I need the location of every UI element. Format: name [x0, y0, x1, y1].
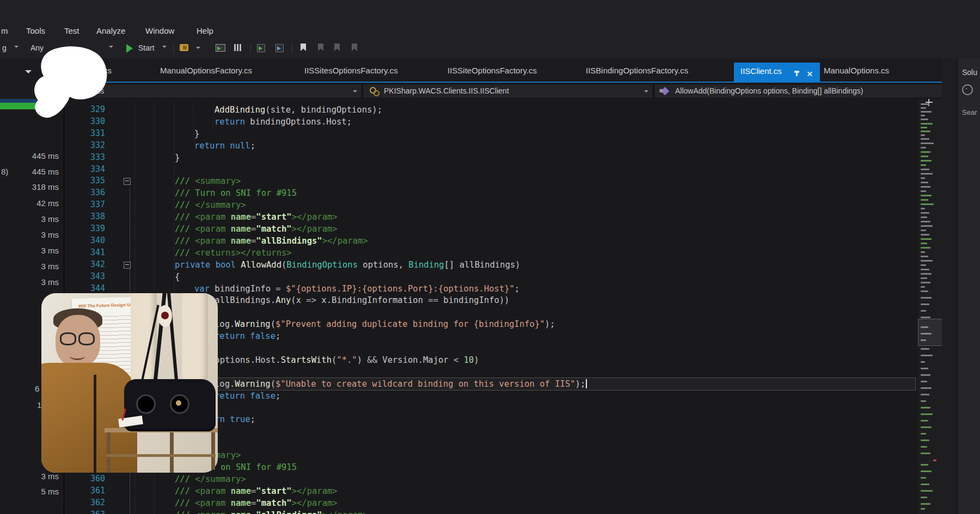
code-line-337[interactable]: /// </summary>	[175, 200, 246, 211]
menu-window[interactable]: Window	[145, 26, 174, 35]
code-line-336[interactable]: /// Turn on SNI for #915	[175, 188, 297, 199]
minimap-mark	[921, 400, 926, 402]
menu-fragment[interactable]: m	[1, 26, 8, 35]
code-line-344[interactable]: var bindingInfo = $"{options.IP}:{option…	[194, 283, 519, 295]
minimap-mark	[921, 277, 927, 279]
line-number: 339	[76, 224, 105, 233]
code-line-339[interactable]: /// <param name="match"></param>	[175, 224, 338, 235]
minimap-mark	[921, 290, 928, 292]
minimap-mark	[921, 247, 930, 249]
collapse-region-toggle[interactable]	[124, 262, 131, 269]
navigate-backward-icon[interactable]	[257, 44, 265, 52]
minimap-mark	[921, 151, 930, 153]
code-line-338[interactable]: /// <param name="start"></param>	[175, 212, 338, 223]
solution-search-box[interactable]: Sear	[962, 108, 977, 116]
minimap-mark	[921, 103, 929, 105]
code-line-360[interactable]: /// </summary>	[175, 474, 246, 485]
close-icon[interactable]	[807, 71, 813, 77]
line-number: 362	[76, 498, 105, 507]
minimap-plus-icon[interactable]	[926, 99, 933, 106]
minimap-mark	[921, 225, 933, 227]
menu-analyze[interactable]: Analyze	[96, 26, 125, 35]
method-icon	[661, 87, 670, 96]
navigate-forward-icon[interactable]	[275, 44, 284, 52]
minimap-mark	[921, 212, 929, 214]
timing-value: 318 ms	[4, 182, 59, 191]
attach-to-process-icon[interactable]	[180, 44, 188, 51]
tab-iisbindingoptionsfactory[interactable]: IISBindingOptionsFactory.cs	[586, 66, 688, 75]
tab-iissitesoptionsfactory[interactable]: IISSitesOptionsFactory.cs	[304, 66, 397, 75]
main-toolbar: gAnyStart	[0, 39, 980, 58]
code-line-343[interactable]: {	[175, 271, 180, 283]
code-line-361[interactable]: /// <param name="start"></param>	[175, 486, 338, 497]
line-number: 342	[76, 259, 105, 269]
code-line-353[interactable]: return false;	[215, 391, 280, 402]
debug-config-caret-icon[interactable]	[14, 46, 19, 50]
menu-help[interactable]: Help	[197, 26, 213, 35]
platform-combo-caret-icon[interactable]	[109, 46, 113, 50]
tab-hidden-fragment[interactable]: cs	[103, 66, 112, 75]
minimap-viewport[interactable]	[918, 319, 942, 346]
panel-dropdown-caret-icon[interactable]	[25, 70, 32, 77]
code-line-352[interactable]: log.Warning($"Unable to create wildcard …	[215, 379, 587, 390]
code-line-363[interactable]: /// <param name="allBindings"></param>	[175, 510, 368, 514]
editor-minimap[interactable]	[918, 99, 942, 514]
code-line-341[interactable]: /// <returns></returns>	[175, 247, 292, 259]
preview-changes-icon[interactable]	[216, 44, 225, 52]
code-line-340[interactable]: /// <param name="allBindings"></param>	[175, 236, 368, 247]
code-line-347[interactable]: log.Warning($"Prevent adding duplicate b…	[215, 319, 555, 330]
minimap-mark	[921, 453, 930, 454]
code-line-345[interactable]: if (allBindings.Any(x => x.BindingInform…	[194, 295, 510, 306]
active-tab-label: IISClient.cs	[740, 66, 782, 76]
code-line-350[interactable]: if (options.Host.StartsWith("*.") && Ver…	[194, 355, 479, 366]
start-button-label[interactable]: Start	[138, 44, 155, 52]
timing-value: 445 ms	[4, 151, 59, 160]
code-line-335[interactable]: /// <summary>	[175, 176, 241, 187]
minimap-mark	[921, 490, 933, 492]
code-line-348[interactable]: return false;	[215, 331, 280, 342]
start-play-icon[interactable]	[126, 44, 133, 53]
tab-manualoptionsfactory[interactable]: ManualOptionsFactory.cs	[160, 66, 252, 75]
tab-iissiteoptionsfactory[interactable]: IISSiteOptionsFactory.cs	[448, 66, 537, 75]
minimap-mark	[921, 234, 929, 236]
person-smile	[70, 352, 85, 360]
menu-tools[interactable]: Tools	[26, 26, 45, 35]
code-line-342[interactable]: private bool AllowAdd(BindingOptions opt…	[175, 259, 520, 271]
tab-manualoptions[interactable]: ManualOptions.cs	[824, 66, 889, 75]
toolbar-overflow-caret-icon[interactable]	[196, 47, 200, 51]
code-line-330[interactable]: return bindingOptions.Host;	[215, 116, 352, 128]
bookmark-clear-icon[interactable]	[352, 44, 357, 51]
pin-icon[interactable]	[796, 71, 798, 76]
code-line-329[interactable]: AddBinding(site, bindingOptions);	[215, 104, 382, 116]
minimap-mark	[921, 195, 932, 196]
code-line-332[interactable]: return null;	[194, 140, 255, 152]
bookmark-prev-icon[interactable]	[318, 44, 323, 51]
minimap-mark	[921, 138, 929, 140]
code-line-362[interactable]: /// <param name="match"></param>	[175, 498, 338, 509]
collapse-region-toggle[interactable]	[124, 178, 131, 185]
bookmark-next-icon[interactable]	[334, 44, 340, 51]
jacket-zipper	[94, 375, 96, 473]
sync-icon[interactable]	[962, 84, 973, 95]
menu-test[interactable]: Test	[64, 26, 79, 35]
table	[105, 428, 218, 473]
tab-iisclient-active[interactable]: IISClient.cs	[734, 63, 820, 82]
member-dropdown[interactable]: AllowAdd(BindingOptions options, Binding…	[654, 84, 953, 98]
show-threads-icon[interactable]	[234, 44, 242, 51]
text-cursor	[586, 379, 587, 388]
debug-config-fragment[interactable]: g	[2, 44, 7, 52]
timing-value: 3 ms	[4, 277, 59, 287]
project-dropdown[interactable]: wacs	[65, 84, 362, 98]
line-number: 343	[76, 271, 105, 281]
bookmark-icon[interactable]	[301, 44, 306, 51]
menu-bar: mToolsTestAnalyzeWindowHelp	[0, 24, 980, 39]
start-options-caret-icon[interactable]	[162, 46, 167, 50]
code-line-331[interactable]: }	[194, 128, 199, 140]
minimap-mark	[921, 282, 930, 283]
type-dropdown[interactable]: PKISharp.WACS.Clients.IIS.IISClient	[363, 84, 653, 98]
platform-combo-fragment[interactable]: Any	[30, 44, 44, 52]
code-line-333[interactable]: }	[175, 152, 180, 164]
minimap-mark	[921, 143, 934, 144]
minimap-mark	[921, 470, 932, 472]
minimap-mark	[921, 394, 929, 395]
